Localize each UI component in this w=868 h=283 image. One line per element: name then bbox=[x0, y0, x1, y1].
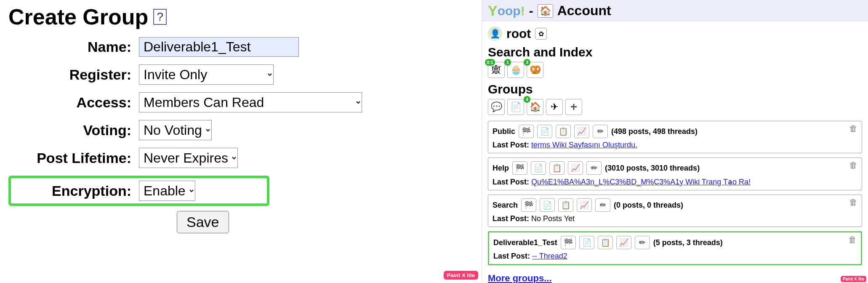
trash-icon[interactable]: 🗑 bbox=[848, 235, 857, 245]
group-action-icon-4[interactable]: ✏ bbox=[595, 198, 610, 212]
group-name: Help bbox=[493, 164, 509, 173]
encryption-label: Encryption: bbox=[11, 183, 139, 199]
group-action-icon-3[interactable]: 📈 bbox=[574, 125, 589, 138]
account-panel: Yoop! - 🏠 Account 👤 root ✿ Search and In… bbox=[482, 0, 868, 283]
badge: 3 bbox=[524, 59, 530, 66]
help-icon[interactable]: ? bbox=[153, 9, 167, 25]
encryption-row: Encryption: Enable bbox=[8, 176, 269, 206]
group-action-icon-0[interactable]: 🏁 bbox=[521, 198, 536, 212]
group-action-icon-0[interactable]: 🏁 bbox=[512, 161, 527, 175]
group-action-icon-4[interactable]: ✏ bbox=[635, 236, 650, 249]
group-counts: (0 posts, 0 threads) bbox=[614, 201, 683, 210]
group-action-icon-3[interactable]: 📈 bbox=[568, 161, 583, 175]
name-row: Name: bbox=[8, 37, 473, 57]
no-posts-text: No Posts Yet bbox=[531, 214, 575, 223]
group-action-icon-1[interactable]: 📄 bbox=[540, 198, 555, 212]
save-button[interactable]: Save bbox=[177, 211, 229, 233]
groups-toolbar-icon-2[interactable]: 🏠4 bbox=[527, 99, 543, 115]
group-last-post: Last Post: terms Wiki Sayfasını Oluşturd… bbox=[493, 141, 857, 150]
groups-list: 🗑Public🏁📄📋📈✏(498 posts, 498 threads)Last… bbox=[482, 118, 868, 265]
group-action-icon-4[interactable]: ✏ bbox=[586, 161, 602, 175]
more-groups-link[interactable]: More groups... bbox=[482, 270, 868, 283]
name-input[interactable] bbox=[139, 37, 299, 57]
gear-icon[interactable]: ✿ bbox=[535, 28, 547, 40]
group-header: Help🏁📄📋📈✏(3010 posts, 3010 threads) bbox=[493, 161, 857, 175]
badge: 1 bbox=[504, 59, 511, 66]
search-index-icon-0[interactable]: 🕸0:1 bbox=[488, 62, 505, 78]
yoop-logo[interactable]: Yoop! bbox=[488, 3, 525, 19]
register-select[interactable]: Invite Only bbox=[139, 64, 274, 85]
page-title: Create Group ? bbox=[8, 4, 473, 29]
group-header: Search🏁📄📋📈✏(0 posts, 0 threads) bbox=[493, 198, 857, 212]
encryption-select[interactable]: Enable bbox=[139, 181, 195, 201]
badge: 0:1 bbox=[485, 59, 495, 66]
group-action-icon-2[interactable]: 📋 bbox=[549, 161, 564, 175]
post-lifetime-row: Post Lifetime: Never Expires bbox=[8, 148, 473, 168]
group-name: Search bbox=[493, 201, 518, 210]
group-action-icon-4[interactable]: ✏ bbox=[593, 125, 608, 138]
group-header: Public🏁📄📋📈✏(498 posts, 498 threads) bbox=[493, 125, 857, 138]
group-last-post: Last Post: -- Thread2 bbox=[493, 252, 857, 261]
group-last-post: Last Post: No Posts Yet bbox=[493, 214, 857, 223]
group-action-icon-2[interactable]: 📋 bbox=[556, 125, 571, 138]
trash-icon[interactable]: 🗑 bbox=[849, 198, 857, 207]
groups-toolbar-icon-3[interactable]: ✈ bbox=[546, 99, 563, 115]
access-row: Access: Members Can Read bbox=[8, 92, 473, 112]
group-action-icon-1[interactable]: 📄 bbox=[579, 236, 594, 249]
register-row: Register: Invite Only bbox=[8, 64, 473, 85]
last-post-label: Last Post: bbox=[493, 178, 529, 186]
last-post-label: Last Post: bbox=[493, 141, 529, 149]
trash-icon[interactable]: 🗑 bbox=[849, 160, 857, 170]
last-post-link[interactable]: -- Thread2 bbox=[532, 252, 567, 260]
search-index-toolbar: 🕸0:1🧁1🥨3 bbox=[482, 60, 868, 81]
save-row: Save bbox=[8, 211, 473, 233]
group-action-icon-2[interactable]: 📋 bbox=[598, 236, 613, 249]
voting-select[interactable]: No Voting bbox=[139, 120, 212, 140]
groups-toolbar-icon-0[interactable]: 💬 bbox=[488, 99, 505, 115]
group-action-icon-2[interactable]: 📋 bbox=[558, 198, 573, 212]
groups-toolbar-icon-1[interactable]: 📄 bbox=[507, 99, 524, 115]
avatar-icon: 👤 bbox=[488, 27, 502, 41]
group-counts: (498 posts, 498 threads) bbox=[611, 127, 698, 136]
account-title: Account bbox=[557, 3, 611, 19]
watermark-right: Paint X lite bbox=[841, 276, 866, 282]
search-index-title: Search and Index bbox=[482, 44, 868, 60]
register-label: Register: bbox=[8, 67, 139, 83]
group-action-icon-3[interactable]: 📈 bbox=[577, 198, 592, 212]
create-group-panel: Create Group ? Name: Register: Invite On… bbox=[0, 0, 482, 283]
post-lifetime-select[interactable]: Never Expires bbox=[139, 148, 238, 168]
group-card: 🗑Search🏁📄📋📈✏(0 posts, 0 threads)Last Pos… bbox=[488, 195, 862, 227]
search-index-icon-2[interactable]: 🥨3 bbox=[527, 62, 543, 78]
group-action-icon-3[interactable]: 📈 bbox=[616, 236, 631, 249]
group-counts: (3010 posts, 3010 threads) bbox=[605, 164, 700, 173]
watermark-left: Paint X lite bbox=[444, 271, 478, 280]
group-counts: (5 posts, 3 threads) bbox=[653, 238, 723, 247]
badge: 4 bbox=[524, 96, 530, 103]
last-post-link[interactable]: Qu%E1%BA%A3n_L%C3%BD_M%C3%A1y Wiki Trang… bbox=[531, 178, 751, 186]
search-index-icon-1[interactable]: 🧁1 bbox=[507, 62, 524, 78]
group-last-post: Last Post: Qu%E1%BA%A3n_L%C3%BD_M%C3%A1y… bbox=[493, 177, 857, 187]
dash: - bbox=[529, 4, 533, 18]
post-lifetime-label: Post Lifetime: bbox=[8, 150, 139, 166]
group-action-icon-0[interactable]: 🏁 bbox=[519, 125, 534, 138]
user-row: 👤 root ✿ bbox=[482, 21, 868, 44]
groups-toolbar: 💬📄🏠4✈+ bbox=[482, 97, 868, 118]
groups-title: Groups bbox=[482, 81, 868, 97]
voting-label: Voting: bbox=[8, 122, 139, 139]
group-card: 🗑Public🏁📄📋📈✏(498 posts, 498 threads)Last… bbox=[488, 121, 862, 153]
groups-toolbar-icon-4[interactable]: + bbox=[565, 99, 582, 115]
group-card: 🗑Help🏁📄📋📈✏(3010 posts, 3010 threads)Last… bbox=[488, 158, 862, 190]
last-post-label: Last Post: bbox=[493, 252, 530, 260]
home-icon[interactable]: 🏠 bbox=[538, 4, 553, 18]
trash-icon[interactable]: 🗑 bbox=[849, 124, 857, 133]
top-bar: Yoop! - 🏠 Account bbox=[482, 0, 868, 21]
page-title-text: Create Group bbox=[8, 4, 148, 29]
group-action-icon-1[interactable]: 📄 bbox=[531, 161, 546, 175]
group-name: Public bbox=[493, 127, 515, 136]
group-name: Deliverable1_Test bbox=[493, 238, 557, 247]
group-action-icon-0[interactable]: 🏁 bbox=[561, 236, 576, 249]
access-label: Access: bbox=[8, 94, 139, 111]
last-post-link[interactable]: terms Wiki Sayfasını Oluşturdu. bbox=[531, 141, 637, 149]
group-action-icon-1[interactable]: 📄 bbox=[537, 125, 552, 138]
access-select[interactable]: Members Can Read bbox=[139, 92, 362, 112]
